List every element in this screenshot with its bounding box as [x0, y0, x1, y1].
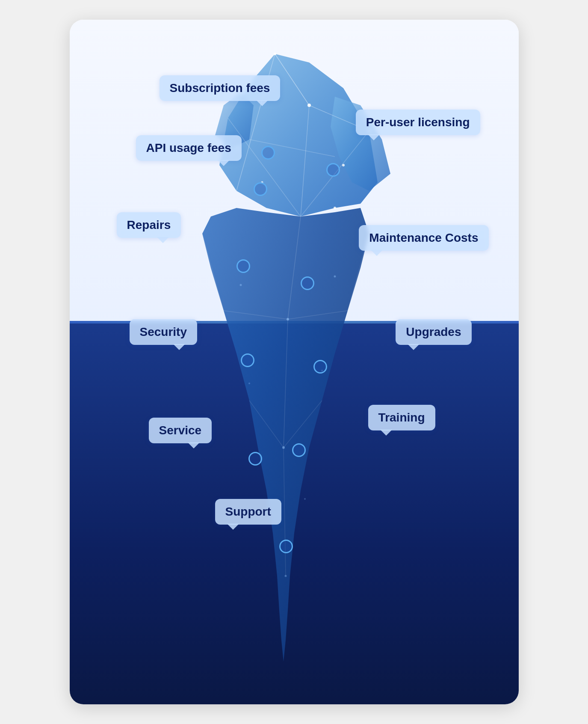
bubble-maintenance: Maintenance Costs	[359, 225, 488, 251]
svg-point-28	[287, 318, 289, 320]
main-card: Subscription fees Per-user licensing API…	[70, 20, 519, 704]
support-label: Support	[225, 505, 271, 518]
api-label: API usage fees	[146, 141, 231, 154]
service-label: Service	[159, 424, 202, 437]
connector-3	[254, 182, 267, 196]
svg-point-34	[284, 575, 287, 577]
connector-8	[248, 452, 262, 466]
bubble-per-user: Per-user licensing	[356, 110, 480, 135]
svg-point-20	[274, 53, 276, 55]
bubble-security: Security	[130, 319, 198, 345]
upgrades-label: Upgrades	[406, 325, 461, 338]
security-label: Security	[140, 325, 187, 338]
svg-point-25	[342, 164, 345, 166]
connector-9	[292, 443, 306, 457]
subscription-label: Subscription fees	[170, 81, 270, 95]
svg-point-23	[307, 104, 311, 107]
connector-2	[326, 163, 340, 177]
bubble-subscription: Subscription fees	[160, 75, 281, 101]
svg-point-27	[334, 207, 336, 209]
connector-1	[261, 146, 275, 160]
connector-7	[313, 360, 327, 374]
repairs-label: Repairs	[127, 218, 171, 231]
bubble-api: API usage fees	[136, 135, 242, 161]
svg-point-31	[282, 446, 285, 449]
bubble-upgrades: Upgrades	[396, 319, 471, 345]
svg-point-32	[248, 383, 250, 384]
bubble-training: Training	[368, 405, 435, 430]
connector-5	[301, 276, 314, 290]
maintenance-label: Maintenance Costs	[369, 231, 478, 244]
svg-point-30	[334, 276, 336, 278]
training-label: Training	[378, 411, 425, 424]
svg-point-29	[239, 284, 242, 286]
connector-10	[279, 540, 293, 553]
connector-4	[236, 259, 250, 273]
bubble-repairs: Repairs	[117, 212, 181, 238]
connector-6	[241, 353, 254, 367]
bubble-support: Support	[215, 499, 281, 525]
svg-marker-3	[202, 208, 369, 662]
per-user-label: Per-user licensing	[366, 116, 470, 129]
svg-point-36	[304, 498, 306, 500]
bubble-service: Service	[149, 418, 212, 443]
